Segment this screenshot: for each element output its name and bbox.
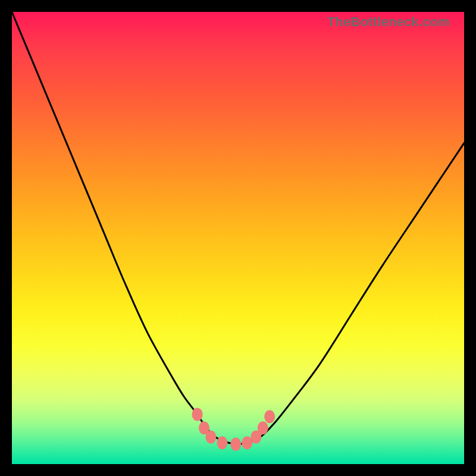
curve-marker	[258, 421, 268, 434]
curve-marker	[230, 438, 241, 451]
chart-frame: TheBottleneck.com	[0, 0, 476, 476]
curve-marker	[217, 436, 227, 449]
bottleneck-curve	[12, 12, 464, 444]
curve-marker	[264, 410, 275, 423]
curve-marker	[192, 408, 203, 421]
chart-svg	[12, 12, 464, 464]
plot-area: TheBottleneck.com	[12, 12, 464, 464]
curve-markers	[192, 408, 275, 450]
curve-marker	[242, 436, 252, 449]
curve-marker	[205, 430, 216, 443]
